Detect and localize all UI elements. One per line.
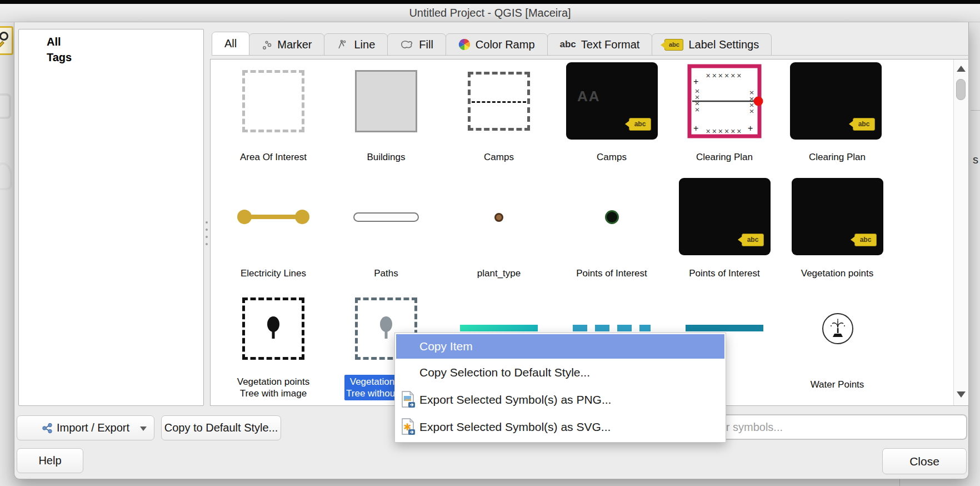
- tag-list-item-tags[interactable]: Tags: [19, 49, 203, 65]
- symbol-line-teal-gradient[interactable]: [460, 325, 538, 331]
- marker-dots-icon: [262, 39, 272, 50]
- symbol-type-tabs: All Marker Line Fill: [212, 32, 772, 56]
- fill-polygon-icon: [400, 39, 414, 49]
- symbol-label: Vegetation points Tree with image: [218, 376, 329, 399]
- export-png-icon: [401, 391, 416, 409]
- tree-icon: [377, 316, 396, 341]
- svg-text:+: +: [748, 123, 753, 133]
- tag-list-item-all[interactable]: All: [19, 34, 203, 49]
- tag-list: All Tags: [18, 29, 204, 406]
- symbol-label: Clearing Plan: [782, 151, 893, 163]
- top-strip: [0, 0, 980, 4]
- menu-item-copy-item[interactable]: Copy Item: [396, 334, 724, 359]
- scrollbar-thumb[interactable]: [956, 79, 966, 100]
- abc-tag-icon: abc: [664, 39, 683, 51]
- scroll-down-arrow-icon[interactable]: [957, 391, 966, 398]
- color-wheel-icon: [458, 38, 471, 51]
- text-format-preview: AA: [577, 88, 601, 105]
- symbol-clearing-plan-label[interactable]: abc: [790, 62, 882, 140]
- background-toolbar-fragment: [0, 93, 11, 119]
- abc-tag-icon: abc: [853, 118, 875, 131]
- symbol-points-of-interest-marker[interactable]: [605, 210, 619, 224]
- abc-tag-icon: abc: [629, 118, 651, 131]
- symbol-label: Camps: [443, 151, 554, 163]
- background-panel-edge: [971, 110, 980, 111]
- tab-fill[interactable]: Fill: [387, 33, 446, 56]
- chevron-down-icon: [140, 427, 147, 431]
- symbol-label: Clearing Plan: [669, 151, 780, 163]
- svg-text:+: +: [693, 123, 698, 133]
- symbol-buildings[interactable]: [355, 70, 417, 132]
- symbol-area-of-interest[interactable]: [242, 70, 304, 132]
- menu-item-export-svg[interactable]: ✱ Export Selected Symbol(s) as SVG...: [396, 413, 724, 440]
- tab-text-format[interactable]: abc Text Format: [547, 33, 653, 56]
- panel-splitter-handle[interactable]: [205, 221, 208, 256]
- tree-icon: [264, 316, 283, 341]
- help-button[interactable]: Help: [17, 448, 83, 473]
- context-menu: Copy Item Copy Selection to Default Styl…: [394, 333, 726, 443]
- symbol-label: Electricity Lines: [218, 267, 329, 279]
- symbol-camps-text-format[interactable]: AA abc: [566, 62, 658, 140]
- symbol-label: Camps: [556, 151, 667, 163]
- tab-marker[interactable]: Marker: [249, 33, 324, 56]
- svg-text:+: +: [693, 77, 698, 86]
- window-title-bar: Untitled Project - QGIS [Maceira]: [0, 4, 980, 22]
- symbol-electricity-lines[interactable]: [237, 210, 309, 224]
- import-export-button[interactable]: Import / Export: [17, 415, 154, 440]
- fountain-icon: [827, 318, 848, 339]
- filter-symbols-input[interactable]: [697, 414, 967, 440]
- symbol-label: Vegetation points: [782, 267, 893, 279]
- line-icon: [337, 39, 349, 50]
- symbol-label: Area Of Interest: [218, 151, 329, 163]
- symbol-vegetation-points-label[interactable]: abc: [792, 178, 883, 255]
- symbol-vegetation-tree-with-image[interactable]: [242, 297, 304, 360]
- tab-color-ramp[interactable]: Color Ramp: [446, 33, 548, 56]
- symbol-paths[interactable]: [353, 212, 419, 222]
- menu-item-copy-selection-default-style[interactable]: Copy Selection to Default Style...: [396, 359, 724, 386]
- symbol-points-of-interest-label[interactable]: abc: [679, 178, 771, 255]
- abc-text-icon: abc: [560, 39, 576, 50]
- tab-strip-baseline: [212, 55, 969, 56]
- symbol-line-teal-solid[interactable]: [686, 325, 763, 331]
- screen: Untitled Project - QGIS [Maceira] s All …: [0, 0, 980, 486]
- symbol-plant-type[interactable]: [494, 213, 503, 222]
- symbol-label: Water Points: [782, 379, 893, 390]
- share-icon: [42, 423, 53, 434]
- symbol-label: plant_type: [443, 267, 554, 279]
- tab-label-settings[interactable]: abc Label Settings: [652, 33, 772, 56]
- background-panel-edge: [899, 479, 900, 486]
- symbol-camps-fill[interactable]: [468, 72, 530, 131]
- background-stray-text: s: [973, 153, 978, 166]
- svg-text:××××××: ××××××: [706, 71, 743, 80]
- scroll-up-arrow-icon[interactable]: [957, 66, 966, 72]
- copy-to-default-style-button[interactable]: Copy to Default Style...: [161, 415, 281, 440]
- background-toolbar-fragment: [0, 162, 12, 190]
- background-magnifier-icon: [0, 26, 13, 55]
- symbol-label: Points of Interest: [556, 267, 667, 279]
- close-button[interactable]: Close: [882, 448, 967, 474]
- svg-text:××××××: ××××××: [706, 127, 743, 136]
- export-svg-icon: ✱: [401, 418, 416, 436]
- symbol-line-teal-dashed[interactable]: [573, 325, 651, 331]
- symbol-label: Paths: [331, 267, 442, 279]
- symbol-label: Buildings: [331, 151, 442, 163]
- window-title: Untitled Project - QGIS [Maceira]: [409, 7, 571, 19]
- tab-line[interactable]: Line: [324, 33, 388, 56]
- grid-scrollbar-track[interactable]: [953, 59, 968, 405]
- abc-tag-icon: abc: [854, 234, 877, 246]
- symbol-water-points[interactable]: [822, 313, 853, 344]
- symbol-clearing-plan-fill[interactable]: ×××××× ×××××× ×××× ×××× + + +: [686, 62, 767, 140]
- abc-tag-icon: abc: [742, 234, 764, 246]
- menu-item-export-png[interactable]: Export Selected Symbol(s) as PNG...: [396, 386, 724, 413]
- symbol-label: Points of Interest: [669, 267, 780, 279]
- tab-all[interactable]: All: [212, 32, 249, 56]
